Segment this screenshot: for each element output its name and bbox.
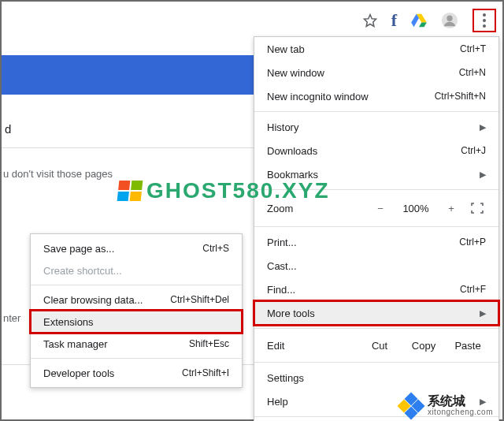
svg-marker-2 xyxy=(419,22,427,27)
menu-label: Bookmarks xyxy=(267,169,473,181)
menu-more-tools[interactable]: More tools ▶ xyxy=(254,301,498,325)
submenu-task-manager[interactable]: Task manager Shift+Esc xyxy=(31,333,242,355)
page-header-bluebar xyxy=(2,55,254,95)
submenu-developer-tools[interactable]: Developer tools Ctrl+Shift+I xyxy=(31,362,242,384)
svg-point-6 xyxy=(483,13,486,17)
menu-shortcut: Shift+Esc xyxy=(189,338,229,349)
menu-history[interactable]: History ▶ xyxy=(254,115,498,139)
menu-separator xyxy=(31,285,242,285)
menu-label: Help xyxy=(267,396,473,408)
bookmark-star-icon[interactable] xyxy=(363,13,377,28)
bg-text-fragment: u don't visit those pages xyxy=(3,168,113,180)
menu-shortcut: Ctrl+J xyxy=(461,145,486,156)
menu-shortcut: Ctrl+P xyxy=(459,237,486,248)
menu-label: New tab xyxy=(267,43,460,55)
edit-paste-button[interactable]: Paste xyxy=(450,340,486,352)
menu-label: Downloads xyxy=(267,145,461,157)
menu-label: Clear browsing data... xyxy=(43,294,170,306)
submenu-save-page[interactable]: Save page as... Ctrl+S xyxy=(31,237,242,259)
profile-avatar-icon[interactable] xyxy=(441,12,458,29)
menu-label: Task manager xyxy=(43,338,189,350)
facebook-extension-icon[interactable]: f xyxy=(391,10,397,31)
bg-text-fragment: d xyxy=(5,122,11,136)
menu-separator xyxy=(254,189,498,190)
menu-print[interactable]: Print... Ctrl+P xyxy=(254,230,498,254)
submenu-clear-browsing-data[interactable]: Clear browsing data... Ctrl+Shift+Del xyxy=(31,289,242,311)
divider xyxy=(2,147,254,148)
menu-new-tab[interactable]: New tab Ctrl+T xyxy=(254,37,498,61)
menu-find[interactable]: Find... Ctrl+F xyxy=(254,278,498,301)
menu-label: Print... xyxy=(267,237,459,248)
submenu-arrow-icon: ▶ xyxy=(480,122,486,132)
submenu-arrow-icon: ▶ xyxy=(480,170,486,180)
menu-separator xyxy=(254,362,498,363)
edit-cut-button[interactable]: Cut xyxy=(361,340,398,352)
chrome-main-menu: New tab Ctrl+T New window Ctrl+N New inc… xyxy=(254,36,499,421)
submenu-arrow-icon: ▶ xyxy=(480,397,486,407)
menu-label: Zoom xyxy=(267,203,363,214)
zoom-in-button[interactable]: + xyxy=(442,203,461,214)
svg-point-7 xyxy=(483,19,486,22)
menu-label: Create shortcut... xyxy=(43,265,229,277)
menu-label: Find... xyxy=(267,284,460,296)
menu-settings[interactable]: Settings xyxy=(254,366,498,389)
svg-point-5 xyxy=(447,16,452,21)
browser-toolbar: f xyxy=(0,5,499,36)
menu-shortcut: Ctrl+F xyxy=(460,284,486,295)
zoom-out-button[interactable]: − xyxy=(371,203,390,214)
menu-label: More tools xyxy=(267,307,473,319)
menu-label: Settings xyxy=(267,372,486,384)
google-drive-icon[interactable] xyxy=(411,13,427,28)
chrome-menu-button[interactable] xyxy=(472,9,496,32)
menu-label: Extensions xyxy=(43,316,229,328)
menu-new-window[interactable]: New window Ctrl+N xyxy=(254,61,498,84)
bg-text-fragment: nter xyxy=(3,312,20,324)
menu-shortcut: Ctrl+S xyxy=(202,243,229,254)
menu-new-incognito[interactable]: New incognito window Ctrl+Shift+N xyxy=(254,84,498,108)
edit-copy-button[interactable]: Copy xyxy=(406,340,442,352)
menu-shortcut: Ctrl+Shift+I xyxy=(182,367,229,378)
menu-shortcut: Ctrl+N xyxy=(459,67,486,78)
submenu-extensions[interactable]: Extensions xyxy=(31,311,242,333)
menu-zoom-row: Zoom − 100% + xyxy=(254,193,498,223)
menu-label: Cast... xyxy=(267,260,486,272)
submenu-arrow-icon: ▶ xyxy=(480,308,486,319)
menu-separator xyxy=(254,111,498,112)
menu-label: New window xyxy=(267,67,459,79)
zoom-value: 100% xyxy=(398,203,434,214)
menu-help[interactable]: Help ▶ xyxy=(254,389,498,413)
menu-separator xyxy=(254,416,498,417)
menu-cast[interactable]: Cast... xyxy=(254,254,498,278)
fullscreen-icon[interactable] xyxy=(469,202,486,214)
menu-separator xyxy=(254,226,498,227)
svg-point-8 xyxy=(483,24,486,28)
menu-bookmarks[interactable]: Bookmarks ▶ xyxy=(254,162,498,186)
menu-label: Save page as... xyxy=(43,243,202,255)
menu-label: Edit xyxy=(267,340,354,352)
menu-downloads[interactable]: Downloads Ctrl+J xyxy=(254,139,498,162)
menu-separator xyxy=(254,328,498,329)
more-tools-submenu: Save page as... Ctrl+S Create shortcut..… xyxy=(30,233,243,388)
menu-shortcut: Ctrl+T xyxy=(460,43,486,54)
svg-marker-0 xyxy=(364,15,376,27)
menu-shortcut: Ctrl+Shift+N xyxy=(435,91,486,102)
menu-edit-row: Edit Cut Copy Paste xyxy=(254,332,498,359)
menu-separator xyxy=(31,358,242,359)
submenu-create-shortcut: Create shortcut... xyxy=(31,259,242,281)
menu-label: History xyxy=(267,121,473,133)
menu-shortcut: Ctrl+Shift+Del xyxy=(170,294,229,305)
menu-label: New incognito window xyxy=(267,91,435,102)
menu-label: Developer tools xyxy=(43,367,182,379)
